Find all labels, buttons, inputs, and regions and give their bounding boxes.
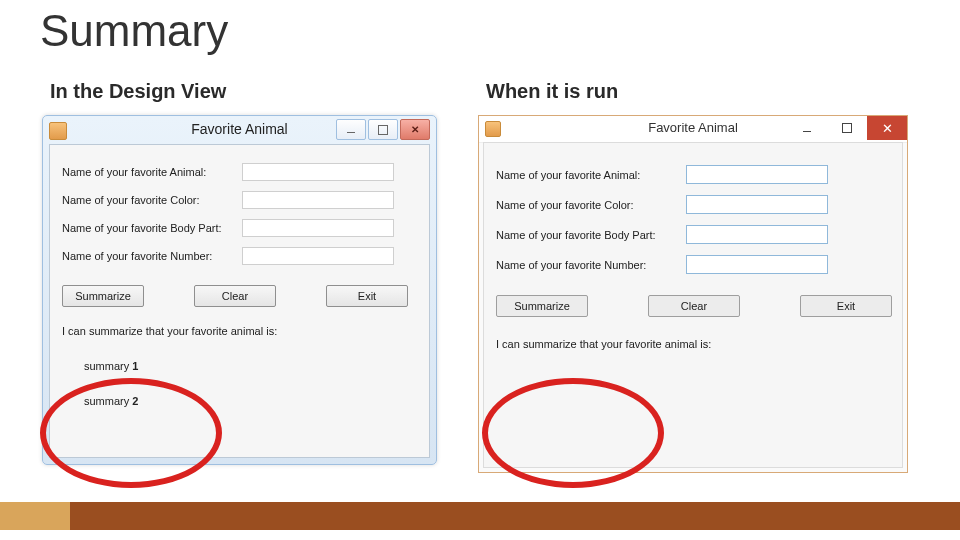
input-number[interactable]	[242, 247, 394, 265]
accent-light	[0, 502, 70, 530]
maximize-button[interactable]	[368, 119, 398, 140]
field-body-part: Name of your favorite Body Part:	[496, 225, 828, 244]
field-color: Name of your favorite Color:	[496, 195, 828, 214]
field-number: Name of your favorite Number:	[496, 255, 828, 274]
input-number[interactable]	[686, 255, 828, 274]
close-button[interactable]: ✕	[400, 119, 430, 140]
maximize-icon	[378, 125, 388, 135]
window-controls: ✕	[787, 116, 907, 140]
close-icon: ✕	[882, 121, 893, 136]
button-row: Summarize Clear Exit	[62, 285, 408, 307]
field-number: Name of your favorite Number:	[62, 247, 394, 265]
clear-button[interactable]: Clear	[194, 285, 276, 307]
label-color: Name of your favorite Color:	[62, 194, 242, 206]
summary1-text: summary	[84, 360, 132, 372]
window-controls: ✕	[334, 119, 430, 140]
accent-dark	[70, 502, 960, 530]
exit-button[interactable]: Exit	[326, 285, 408, 307]
minimize-button[interactable]	[787, 116, 827, 140]
label-color: Name of your favorite Color:	[496, 199, 686, 211]
close-icon: ✕	[411, 124, 419, 135]
label-number: Name of your favorite Number:	[496, 259, 686, 271]
slide-title: Summary	[40, 6, 228, 56]
exit-button[interactable]: Exit	[800, 295, 892, 317]
field-body-part: Name of your favorite Body Part:	[62, 219, 394, 237]
input-color[interactable]	[242, 191, 394, 209]
subhead-design-view: In the Design View	[50, 80, 226, 103]
field-animal: Name of your favorite Animal:	[62, 163, 394, 181]
maximize-icon	[842, 123, 852, 133]
run-view-window-screenshot: Favorite Animal ✕ Name of your favorite …	[478, 115, 883, 485]
label-animal: Name of your favorite Animal:	[62, 166, 242, 178]
summary1-label: summary 1	[84, 360, 138, 372]
input-body-part[interactable]	[686, 225, 828, 244]
maximize-button[interactable]	[827, 116, 867, 140]
summary2-num: 2	[132, 395, 138, 407]
field-animal: Name of your favorite Animal:	[496, 165, 828, 184]
input-animal[interactable]	[686, 165, 828, 184]
window-modern: Favorite Animal ✕ Name of your favorite …	[478, 115, 908, 473]
summarize-button[interactable]: Summarize	[62, 285, 144, 307]
label-number: Name of your favorite Number:	[62, 250, 242, 262]
minimize-icon	[803, 131, 811, 132]
label-body-part: Name of your favorite Body Part:	[496, 229, 686, 241]
input-body-part[interactable]	[242, 219, 394, 237]
summary-intro-label: I can summarize that your favorite anima…	[62, 325, 277, 337]
summary1-num: 1	[132, 360, 138, 372]
field-color: Name of your favorite Color:	[62, 191, 394, 209]
minimize-icon	[347, 132, 355, 133]
summary-intro-label: I can summarize that your favorite anima…	[496, 338, 711, 350]
window-client-area: Name of your favorite Animal: Name of yo…	[483, 142, 903, 468]
button-row: Summarize Clear Exit	[496, 295, 892, 317]
input-color[interactable]	[686, 195, 828, 214]
minimize-button[interactable]	[336, 119, 366, 140]
summary2-label: summary 2	[84, 395, 138, 407]
slide-accent-bar	[0, 502, 960, 530]
window-client-area: Name of your favorite Animal: Name of yo…	[49, 144, 430, 458]
summarize-button[interactable]: Summarize	[496, 295, 588, 317]
label-animal: Name of your favorite Animal:	[496, 169, 686, 181]
window-aero: Favorite Animal ✕ Name of your favorite …	[42, 115, 437, 465]
subhead-run-view: When it is run	[486, 80, 618, 103]
design-view-window-screenshot: Favorite Animal ✕ Name of your favorite …	[42, 115, 447, 485]
titlebar: Favorite Animal ✕	[479, 116, 907, 143]
titlebar: Favorite Animal ✕	[45, 118, 434, 142]
label-body-part: Name of your favorite Body Part:	[62, 222, 242, 234]
summary2-text: summary	[84, 395, 132, 407]
clear-button[interactable]: Clear	[648, 295, 740, 317]
input-animal[interactable]	[242, 163, 394, 181]
close-button[interactable]: ✕	[867, 116, 907, 140]
